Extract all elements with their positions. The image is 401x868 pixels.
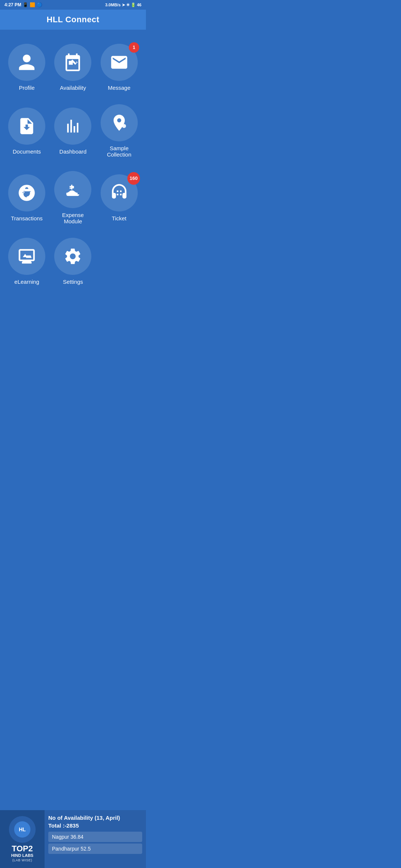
sample-collection-label: Sample Collection — [100, 145, 138, 158]
transactions-icon — [17, 183, 36, 203]
location-icon: ➤ — [122, 3, 125, 7]
main-grid: Profile Availability 1 Message Documents… — [0, 30, 146, 299]
sample-collection-icon — [110, 113, 129, 132]
battery-level: 46 — [137, 3, 141, 7]
grid-item-documents[interactable]: Documents — [4, 98, 50, 164]
grid-item-ticket[interactable]: 160 Ticket — [96, 164, 142, 231]
settings-label: Settings — [63, 279, 83, 285]
transactions-label: Transactions — [11, 215, 43, 221]
ticket-badge: 160 — [127, 172, 140, 185]
documents-label: Documents — [13, 148, 41, 155]
transactions-icon-circle — [8, 174, 45, 211]
grid-item-expense-module[interactable]: Expense Module — [50, 164, 96, 231]
grid-item-message[interactable]: 1 Message — [96, 37, 142, 98]
network-speed: 3.0MB/s — [105, 3, 121, 7]
message-label: Message — [108, 85, 130, 91]
status-bar: 4:27 PM 📱 🟧 🔵 3.0MB/s ➤ ✳ 🔋 46 — [0, 0, 146, 10]
time-display: 4:27 PM — [4, 2, 21, 7]
grid-item-settings[interactable]: Settings — [50, 231, 96, 292]
profile-label: Profile — [19, 85, 35, 91]
settings-icon — [63, 247, 82, 266]
facebook-icon: 🔵 — [37, 2, 42, 7]
bluetooth-icon: ✳ — [126, 3, 130, 7]
grid-item-elearning[interactable]: eLearning — [4, 231, 50, 292]
elearning-icon-circle — [8, 238, 45, 275]
expense-module-label: Expense Module — [53, 212, 92, 224]
documents-icon-circle — [8, 108, 45, 145]
message-badge: 1 — [129, 42, 139, 53]
ticket-icon — [110, 183, 129, 203]
grid-item-dashboard[interactable]: Dashboard — [50, 98, 96, 164]
message-icon-circle: 1 — [101, 44, 138, 81]
availability-icon-circle — [54, 44, 91, 81]
profile-icon-circle — [8, 44, 45, 81]
message-icon — [110, 53, 129, 72]
grid-item-transactions[interactable]: Transactions — [4, 164, 50, 231]
availability-icon — [63, 53, 82, 72]
battery-icon: 🔋 — [131, 3, 136, 7]
settings-icon-circle — [54, 238, 91, 275]
grid-item-availability[interactable]: Availability — [50, 37, 96, 98]
app-title: HLL Connect — [47, 15, 100, 24]
availability-label: Availability — [60, 85, 86, 91]
ticket-icon-circle: 160 — [101, 174, 138, 211]
dashboard-label: Dashboard — [59, 148, 87, 155]
documents-icon — [17, 116, 36, 136]
app-header: HLL Connect — [0, 10, 146, 30]
profile-icon — [17, 53, 36, 72]
whatsapp-icon: 📱 — [23, 2, 28, 7]
notification-icon: 🟧 — [30, 2, 35, 7]
dashboard-icon — [63, 116, 82, 136]
expense-module-icon — [63, 180, 82, 199]
dashboard-icon-circle — [54, 108, 91, 145]
elearning-icon — [17, 247, 36, 266]
ticket-label: Ticket — [112, 215, 126, 221]
expense-module-icon-circle — [54, 171, 91, 208]
grid-item-sample-collection[interactable]: Sample Collection — [96, 98, 142, 164]
sample-collection-icon-circle — [101, 104, 138, 141]
elearning-label: eLearning — [14, 279, 39, 285]
grid-item-profile[interactable]: Profile — [4, 37, 50, 98]
